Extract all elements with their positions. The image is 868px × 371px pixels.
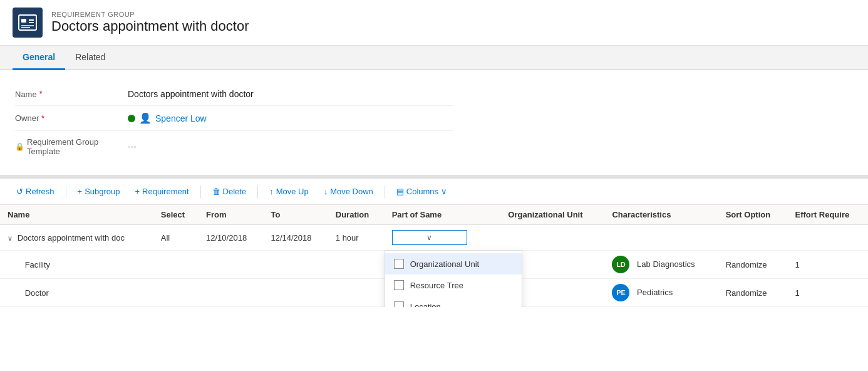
delete-button[interactable]: 🗑 Delete <box>206 184 253 199</box>
tab-general[interactable]: General <box>13 46 65 70</box>
plus-icon-req: + <box>135 187 140 196</box>
col-header-duration: Duration <box>328 205 385 225</box>
chevron-down-icon: ∨ <box>441 187 447 196</box>
col-header-sort-option: Sort Option <box>718 205 788 225</box>
user-icon: 👤 <box>139 112 152 124</box>
columns-button[interactable]: ▤ Columns ∨ <box>390 184 453 199</box>
row-to-doctor <box>263 279 328 307</box>
separator-4 <box>385 186 385 198</box>
field-value-owner[interactable]: 👤 Spencer Low <box>128 112 453 124</box>
separator-2 <box>200 186 201 198</box>
move-up-button[interactable]: ↑ Move Up <box>263 184 315 199</box>
move-down-button[interactable]: ↓ Move Down <box>318 184 380 199</box>
page-category: REQUIREMENT GROUP <box>51 11 249 18</box>
form-section: Name * Doctors appointment with doctor O… <box>0 70 868 179</box>
field-value-name[interactable]: Doctors appointment with doctor <box>128 89 453 99</box>
col-header-characteristics: Characteristics <box>604 205 718 225</box>
row-sort-option-facility: Randomize <box>718 251 788 279</box>
requirements-table: Name Select From To Duration Part of Sam… <box>0 205 868 307</box>
table-header-row: Name Select From To Duration Part of Sam… <box>0 205 868 225</box>
table-container: Name Select From To Duration Part of Sam… <box>0 205 868 307</box>
row-effort-parent <box>788 225 869 251</box>
table-row[interactable]: ∨ Doctors appointment with doc All 12/10… <box>0 225 868 251</box>
dropdown-menu: Organizational Unit Resource Tree Locati… <box>385 250 522 307</box>
page-icon <box>13 8 43 38</box>
separator-3 <box>257 186 258 198</box>
toolbar: ↺ Refresh + Subgroup + Requirement 🗑 Del… <box>0 179 868 205</box>
lock-icon: 🔒 <box>15 142 24 151</box>
grid-section: ↺ Refresh + Subgroup + Requirement 🗑 Del… <box>0 179 868 307</box>
row-effort-facility: 1 <box>788 251 869 279</box>
form-row-template: 🔒 Requirement Group Template --- <box>15 131 453 162</box>
row-to-parent: 12/14/2018 <box>263 225 328 251</box>
row-name-doctor: Doctor <box>0 279 153 307</box>
delete-icon: 🗑 <box>212 187 220 196</box>
arrow-down-icon: ↓ <box>324 187 328 196</box>
row-duration-parent: 1 hour <box>328 225 385 251</box>
required-indicator: * <box>39 90 43 98</box>
row-characteristics-facility: LD Lab Diagnostics <box>604 251 718 279</box>
row-effort-doctor: 1 <box>788 279 869 307</box>
col-header-name: Name <box>0 205 153 225</box>
refresh-button[interactable]: ↺ Refresh <box>10 184 61 199</box>
avatar-ld: LD <box>612 256 629 273</box>
row-part-of-same-parent: ∨ Organizational Unit Resource Tree <box>385 225 501 251</box>
row-org-unit-parent <box>500 225 604 251</box>
row-from-parent: 12/10/2018 <box>199 225 263 251</box>
row-sort-option-doctor: Randomize <box>718 279 788 307</box>
field-label-owner: Owner * <box>15 113 128 123</box>
form-row-name: Name * Doctors appointment with doctor <box>15 83 453 106</box>
part-of-same-dropdown[interactable]: ∨ <box>392 230 467 245</box>
row-select-parent: All <box>153 225 199 251</box>
field-label-template: 🔒 Requirement Group Template <box>15 137 128 156</box>
refresh-icon: ↺ <box>16 187 23 196</box>
col-header-select: Select <box>153 205 199 225</box>
row-characteristics-parent <box>604 225 718 251</box>
tabs-bar: General Related <box>0 46 868 70</box>
dropdown-option-location[interactable]: Location <box>385 296 522 307</box>
tab-related[interactable]: Related <box>65 46 115 70</box>
status-dot-owner <box>128 115 135 122</box>
page-title: Doctors appointment with doctor <box>51 18 249 34</box>
svg-rect-1 <box>21 19 26 23</box>
checkbox-location[interactable] <box>394 301 404 307</box>
checkbox-resource-tree[interactable] <box>394 280 404 290</box>
row-characteristics-doctor: PE Pediatrics <box>604 279 718 307</box>
dropdown-option-org-unit[interactable]: Organizational Unit <box>385 253 522 274</box>
row-duration-facility <box>328 251 385 279</box>
row-select-facility <box>153 251 199 279</box>
required-indicator-owner: * <box>41 114 44 123</box>
subgroup-button[interactable]: + Subgroup <box>71 184 127 199</box>
field-label-name: Name * <box>15 90 128 99</box>
col-header-from: From <box>199 205 263 225</box>
row-from-facility <box>199 251 263 279</box>
checkbox-org-unit[interactable] <box>394 259 404 269</box>
page-header: REQUIREMENT GROUP Doctors appointment wi… <box>0 0 868 46</box>
col-header-effort-required: Effort Require <box>788 205 869 225</box>
row-from-doctor <box>199 279 263 307</box>
row-name-parent: ∨ Doctors appointment with doc <box>0 225 153 251</box>
dropdown-option-resource-tree[interactable]: Resource Tree <box>385 274 522 296</box>
row-name-facility: Facility <box>0 251 153 279</box>
avatar-pe: PE <box>612 284 629 301</box>
arrow-up-icon: ↑ <box>269 187 274 196</box>
requirement-button[interactable]: + Requirement <box>129 184 195 199</box>
row-duration-doctor <box>328 279 385 307</box>
row-select-doctor <box>153 279 199 307</box>
row-to-facility <box>263 251 328 279</box>
field-value-template[interactable]: --- <box>128 142 453 152</box>
col-header-part-of-same: Part of Same <box>385 205 501 225</box>
columns-icon: ▤ <box>396 187 404 196</box>
col-header-org-unit: Organizational Unit <box>500 205 604 225</box>
dropdown-chevron: ∨ <box>426 233 432 242</box>
row-sort-option-parent <box>718 225 788 251</box>
form-row-owner: Owner * 👤 Spencer Low <box>15 106 453 131</box>
separator-1 <box>66 186 66 198</box>
col-header-to: To <box>263 205 328 225</box>
page-header-text: REQUIREMENT GROUP Doctors appointment wi… <box>51 11 249 34</box>
plus-icon-subgroup: + <box>78 187 83 196</box>
expand-icon[interactable]: ∨ <box>8 234 13 242</box>
